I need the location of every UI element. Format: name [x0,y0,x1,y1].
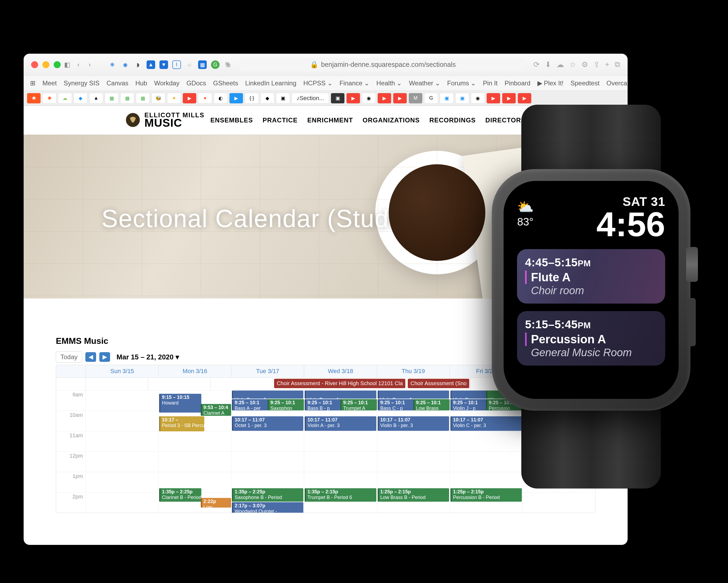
tab-icon[interactable]: ▶ [346,93,360,104]
bookmark-item[interactable]: Synergy SIS [63,79,99,87]
tab-icon[interactable]: ▣ [331,93,345,104]
cloud-icon[interactable]: ☁ [556,60,564,69]
calendar-event[interactable]: 9:25 – 10:1Low Brass [413,399,450,410]
tab-icon[interactable]: ▲ [89,93,103,104]
tab-icon[interactable]: ▶ [229,93,243,104]
ext-icon[interactable]: ❋ [108,60,116,69]
tab-icon[interactable]: ▣ [440,93,454,104]
nav-item[interactable]: RECORDINGS [429,116,476,124]
tab-icon[interactable]: ▶ [393,93,407,104]
side-button[interactable] [688,298,696,346]
calendar-event[interactable]: Viola B - per. 1 [305,391,376,399]
downloads-icon[interactable]: ⬇ [545,60,551,69]
tab-icon[interactable]: ▦ [120,93,134,104]
tab-icon[interactable]: ▶ [502,93,516,104]
bookmark-item[interactable]: Canvas [107,79,128,87]
nav-item[interactable]: PRACTICE [262,116,298,124]
tab-active[interactable]: ♪ Section... [291,93,329,104]
digital-crown[interactable] [686,247,698,282]
day-header[interactable]: Mon 3/16 [158,365,231,377]
address-bar[interactable]: 🔒benjamin-denne.squarespace.com/sectiona… [240,58,525,72]
tab-icon[interactable]: ▶ [378,93,391,104]
forward-icon[interactable]: › [85,60,95,70]
calendar-event-card[interactable]: 4:45–5:15PM Flute A Choir room [517,249,665,303]
tabs-icon[interactable]: ⧉ [615,60,620,69]
tab-icon[interactable]: ✦ [167,93,181,104]
bookmark-item[interactable]: Workday [154,79,179,87]
calendar-event[interactable]: 9:15 – 10:15Howard [159,394,201,413]
close-window-icon[interactable] [31,61,38,68]
tab-icon[interactable]: ▣ [276,93,290,104]
bookmark-item[interactable]: HCPSS ⌄ [303,79,333,87]
share-icon[interactable]: ⇪ [594,60,600,69]
calendar-event[interactable]: Viola B - per. 1 [232,391,303,399]
bookmark-item[interactable]: Hub [135,79,147,87]
evernote-icon[interactable]: 🐘 [224,60,232,69]
tab-icon[interactable]: ◆ [260,93,274,104]
calendar-event[interactable]: 9:25 – 10:1Bass B - p [305,399,341,410]
bookmark-item[interactable]: LinkedIn Learning [245,79,296,87]
calendar-event[interactable]: 9:25 – 10:1Saxophon [268,399,304,410]
day-header[interactable]: Wed 3/18 [304,365,376,377]
tab-icon[interactable]: G [424,93,438,104]
today-button[interactable]: Today [56,351,82,363]
tab-icon[interactable]: {·} [245,93,259,104]
bookmark-item[interactable]: Weather ⌄ [409,79,440,87]
ext-icon[interactable]: ◗ [134,60,142,69]
tab-icon[interactable]: ✱ [27,93,41,104]
day-header[interactable]: Thu 3/19 [377,365,450,377]
tab-icon[interactable]: ● [198,93,212,104]
tab-icon[interactable]: ▶ [487,93,500,104]
new-tab-icon[interactable]: + [605,60,609,69]
reload-icon[interactable]: ⟳ [534,60,540,69]
bookmark-item[interactable]: GSheets [213,79,238,87]
tab-icon[interactable]: ▶ [183,93,197,104]
calendar-event[interactable]: Viola C - per. 1 [378,391,449,399]
ext-icon[interactable]: ▦ [198,60,207,69]
bookmark-item[interactable]: ▶ Plex It! [538,79,564,87]
ext-icon[interactable]: ◉ [121,60,129,69]
bookmark-item[interactable]: Speedtest [570,79,599,87]
settings-icon[interactable]: ⚙ [581,60,588,69]
maximize-window-icon[interactable] [54,61,61,68]
prev-week-button[interactable]: ◀ [85,352,96,362]
calendar-event[interactable]: 9:25 – 10:1Trumpet A [340,399,376,410]
tab-icon[interactable]: ◉ [362,93,376,104]
tab-icon[interactable]: ✱ [43,93,56,104]
calendar-event[interactable]: 9:25 – 10:1Bass C - p [378,399,414,410]
tab-icon[interactable]: ◆ [74,93,87,104]
tab-icon[interactable]: ▣ [455,93,469,104]
bookmark-item[interactable]: Overcast [606,79,628,87]
nav-item[interactable]: ORGANIZATIONS [363,116,420,124]
calendar-event-card[interactable]: 5:15–5:45PM Percussion A General Music R… [517,311,665,366]
watch-screen[interactable]: ⛅ 83° SAT 31 4:56 4:45–5:15PM Flute A Ch… [503,181,679,399]
tab-icon[interactable]: ☁ [58,93,72,104]
back-icon[interactable]: ‹ [74,60,83,70]
bookmark-item[interactable]: GDocs [186,79,206,87]
ext-icon[interactable]: I [172,60,181,69]
bookmark-item[interactable]: Pin It [483,79,498,87]
calendar-event[interactable]: 9:25 – 10:1Bass A - per [232,399,268,410]
bookmark-item[interactable]: Meet [43,79,57,87]
tab-icon[interactable]: ▶ [518,93,531,104]
ext-icon[interactable]: ♥ [159,60,168,69]
bookmark-item[interactable]: Finance ⌄ [340,79,369,87]
bookmark-item[interactable]: Health ⌄ [376,79,402,87]
allday-event[interactable]: Choir Assessment (Sno [408,379,469,388]
day-header[interactable]: Sun 3/15 [86,365,158,377]
bookmark-item[interactable]: Pinboard [505,79,530,87]
rss-icon[interactable]: ⟒ [185,60,194,69]
nav-item[interactable]: ENRICHMENT [307,116,353,124]
bookmark-item[interactable]: Forums ⌄ [447,79,476,87]
tab-icon[interactable]: ▦ [136,93,150,104]
apps-icon[interactable]: ⊞ [30,79,35,87]
nav-item[interactable]: ENSEMBLES [210,116,253,124]
ext-icon[interactable]: ▲ [147,60,155,69]
minimize-window-icon[interactable] [43,61,49,68]
tab-icon[interactable]: ◉ [471,93,485,104]
site-logo[interactable]: ELLICOTT MILLS MUSIC [126,112,205,128]
day-header[interactable]: Tue 3/17 [231,365,304,377]
sidebar-icon[interactable]: ◧ [62,60,72,70]
allday-event[interactable]: Choir Assessment - River Hill High Schoo… [274,379,405,388]
tab-icon[interactable]: 🐝 [151,93,165,104]
